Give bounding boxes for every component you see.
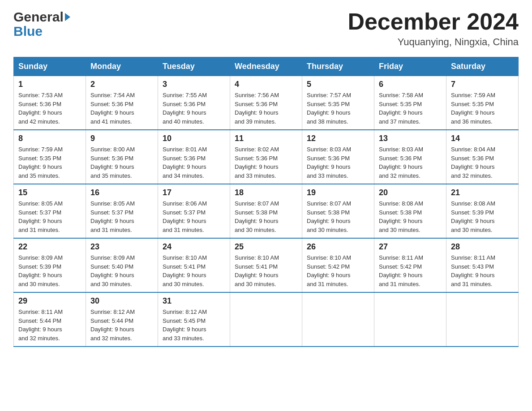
day-number: 22 (18, 242, 81, 252)
day-number: 16 (90, 188, 153, 197)
day-info: Sunrise: 8:01 AM Sunset: 5:36 PM Dayligh… (163, 145, 225, 180)
day-cell: 3Sunrise: 7:55 AM Sunset: 5:36 PM Daylig… (158, 76, 230, 130)
day-cell: 15Sunrise: 8:05 AM Sunset: 5:37 PM Dayli… (14, 184, 86, 238)
month-title: December 2024 (348, 9, 519, 34)
day-number: 2 (90, 80, 153, 89)
day-cell: 8Sunrise: 7:59 AM Sunset: 5:35 PM Daylig… (14, 130, 86, 184)
day-cell: 6Sunrise: 7:58 AM Sunset: 5:35 PM Daylig… (374, 76, 446, 130)
day-number: 4 (235, 80, 297, 89)
day-cell: 5Sunrise: 7:57 AM Sunset: 5:35 PM Daylig… (302, 76, 374, 130)
day-number: 23 (90, 242, 153, 252)
day-number: 11 (235, 134, 297, 143)
day-cell: 18Sunrise: 8:07 AM Sunset: 5:38 PM Dayli… (230, 184, 302, 238)
day-number: 26 (307, 242, 369, 252)
day-cell: 29Sunrise: 8:11 AM Sunset: 5:44 PM Dayli… (14, 292, 86, 347)
day-cell: 30Sunrise: 8:12 AM Sunset: 5:44 PM Dayli… (86, 292, 158, 347)
day-number: 10 (163, 134, 225, 143)
day-cell: 19Sunrise: 8:07 AM Sunset: 5:38 PM Dayli… (302, 184, 374, 238)
day-info: Sunrise: 8:12 AM Sunset: 5:45 PM Dayligh… (163, 308, 225, 342)
page-header: General Blue December 2024 Yuquanying, N… (13, 9, 519, 48)
day-info: Sunrise: 8:08 AM Sunset: 5:38 PM Dayligh… (379, 199, 442, 234)
day-number: 1 (18, 80, 81, 89)
column-header-sunday: Sunday (14, 57, 86, 76)
day-number: 27 (379, 242, 442, 252)
day-info: Sunrise: 8:10 AM Sunset: 5:42 PM Dayligh… (307, 253, 369, 288)
day-info: Sunrise: 8:11 AM Sunset: 5:43 PM Dayligh… (451, 253, 514, 288)
day-number: 21 (451, 188, 514, 197)
day-number: 19 (307, 188, 369, 197)
day-cell: 12Sunrise: 8:03 AM Sunset: 5:36 PM Dayli… (302, 130, 374, 184)
day-cell: 13Sunrise: 8:03 AM Sunset: 5:36 PM Dayli… (374, 130, 446, 184)
day-number: 17 (163, 188, 225, 197)
day-info: Sunrise: 7:53 AM Sunset: 5:36 PM Dayligh… (18, 91, 81, 126)
day-info: Sunrise: 8:05 AM Sunset: 5:37 PM Dayligh… (90, 199, 153, 234)
day-cell: 2Sunrise: 7:54 AM Sunset: 5:36 PM Daylig… (86, 76, 158, 130)
day-cell: 28Sunrise: 8:11 AM Sunset: 5:43 PM Dayli… (446, 238, 519, 292)
week-row-5: 29Sunrise: 8:11 AM Sunset: 5:44 PM Dayli… (14, 292, 519, 347)
day-info: Sunrise: 8:09 AM Sunset: 5:39 PM Dayligh… (18, 253, 81, 288)
week-row-2: 8Sunrise: 7:59 AM Sunset: 5:35 PM Daylig… (14, 130, 519, 184)
day-info: Sunrise: 8:08 AM Sunset: 5:39 PM Dayligh… (451, 199, 514, 234)
column-header-tuesday: Tuesday (158, 57, 230, 76)
day-info: Sunrise: 8:03 AM Sunset: 5:36 PM Dayligh… (307, 145, 369, 180)
day-cell: 10Sunrise: 8:01 AM Sunset: 5:36 PM Dayli… (158, 130, 230, 184)
day-info: Sunrise: 7:58 AM Sunset: 5:35 PM Dayligh… (379, 91, 442, 126)
week-row-4: 22Sunrise: 8:09 AM Sunset: 5:39 PM Dayli… (14, 238, 519, 292)
day-cell: 7Sunrise: 7:59 AM Sunset: 5:35 PM Daylig… (446, 76, 519, 130)
day-cell: 1Sunrise: 7:53 AM Sunset: 5:36 PM Daylig… (14, 76, 86, 130)
day-cell (374, 292, 446, 347)
day-cell (302, 292, 374, 347)
day-cell: 20Sunrise: 8:08 AM Sunset: 5:38 PM Dayli… (374, 184, 446, 238)
logo-blue-text: Blue (13, 23, 70, 39)
day-number: 31 (163, 296, 225, 306)
day-cell: 11Sunrise: 8:02 AM Sunset: 5:36 PM Dayli… (230, 130, 302, 184)
day-info: Sunrise: 8:00 AM Sunset: 5:36 PM Dayligh… (90, 145, 153, 180)
day-number: 7 (451, 80, 514, 89)
column-header-monday: Monday (86, 57, 158, 76)
day-info: Sunrise: 8:10 AM Sunset: 5:41 PM Dayligh… (163, 253, 225, 288)
day-info: Sunrise: 7:59 AM Sunset: 5:35 PM Dayligh… (451, 91, 514, 126)
day-cell: 25Sunrise: 8:10 AM Sunset: 5:41 PM Dayli… (230, 238, 302, 292)
logo-general-text: General (13, 9, 64, 25)
day-info: Sunrise: 8:12 AM Sunset: 5:44 PM Dayligh… (90, 308, 153, 342)
column-header-thursday: Thursday (302, 57, 374, 76)
day-cell: 17Sunrise: 8:06 AM Sunset: 5:37 PM Dayli… (158, 184, 230, 238)
day-info: Sunrise: 8:11 AM Sunset: 5:44 PM Dayligh… (18, 308, 81, 342)
day-info: Sunrise: 7:54 AM Sunset: 5:36 PM Dayligh… (90, 91, 153, 126)
day-info: Sunrise: 8:11 AM Sunset: 5:42 PM Dayligh… (379, 253, 442, 288)
column-header-wednesday: Wednesday (230, 57, 302, 76)
day-cell (446, 292, 519, 347)
day-number: 29 (18, 296, 81, 306)
day-cell: 14Sunrise: 8:04 AM Sunset: 5:36 PM Dayli… (446, 130, 519, 184)
day-number: 12 (307, 134, 369, 143)
day-info: Sunrise: 7:59 AM Sunset: 5:35 PM Dayligh… (18, 145, 81, 180)
day-number: 6 (379, 80, 442, 89)
column-header-friday: Friday (374, 57, 446, 76)
calendar-header-row: SundayMondayTuesdayWednesdayThursdayFrid… (14, 57, 519, 76)
day-cell: 21Sunrise: 8:08 AM Sunset: 5:39 PM Dayli… (446, 184, 519, 238)
day-number: 20 (379, 188, 442, 197)
day-cell: 24Sunrise: 8:10 AM Sunset: 5:41 PM Dayli… (158, 238, 230, 292)
day-number: 24 (163, 242, 225, 252)
day-cell: 23Sunrise: 8:09 AM Sunset: 5:40 PM Dayli… (86, 238, 158, 292)
day-number: 28 (451, 242, 514, 252)
column-header-saturday: Saturday (446, 57, 519, 76)
day-number: 30 (90, 296, 153, 306)
day-number: 13 (379, 134, 442, 143)
day-number: 25 (235, 242, 297, 252)
week-row-1: 1Sunrise: 7:53 AM Sunset: 5:36 PM Daylig… (14, 76, 519, 130)
day-info: Sunrise: 7:55 AM Sunset: 5:36 PM Dayligh… (163, 91, 225, 126)
week-row-3: 15Sunrise: 8:05 AM Sunset: 5:37 PM Dayli… (14, 184, 519, 238)
day-info: Sunrise: 7:56 AM Sunset: 5:36 PM Dayligh… (235, 91, 297, 126)
day-info: Sunrise: 8:09 AM Sunset: 5:40 PM Dayligh… (90, 253, 153, 288)
day-cell: 16Sunrise: 8:05 AM Sunset: 5:37 PM Dayli… (86, 184, 158, 238)
day-info: Sunrise: 8:07 AM Sunset: 5:38 PM Dayligh… (307, 199, 369, 234)
day-info: Sunrise: 7:57 AM Sunset: 5:35 PM Dayligh… (307, 91, 369, 126)
day-info: Sunrise: 8:02 AM Sunset: 5:36 PM Dayligh… (235, 145, 297, 180)
day-cell: 26Sunrise: 8:10 AM Sunset: 5:42 PM Dayli… (302, 238, 374, 292)
day-info: Sunrise: 8:03 AM Sunset: 5:36 PM Dayligh… (379, 145, 442, 180)
day-cell: 9Sunrise: 8:00 AM Sunset: 5:36 PM Daylig… (86, 130, 158, 184)
day-number: 9 (90, 134, 153, 143)
day-cell: 27Sunrise: 8:11 AM Sunset: 5:42 PM Dayli… (374, 238, 446, 292)
day-cell (230, 292, 302, 347)
